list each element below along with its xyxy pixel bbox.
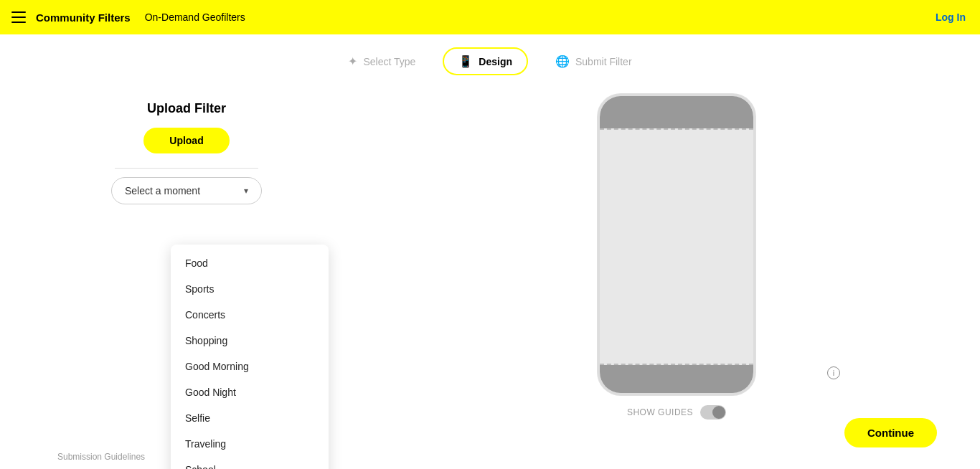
phone-content [600, 128, 753, 365]
subtitle-label: On-Demand Geofilters [145, 11, 245, 23]
submit-filter-icon: 🌐 [555, 55, 570, 68]
dropdown-item-concerts[interactable]: Concerts [171, 302, 329, 328]
dropdown-item-good-night[interactable]: Good Night [171, 379, 329, 405]
steps-bar: ✦ Select Type 📱 Design 🌐 Submit Filter [332, 34, 647, 87]
continue-button[interactable]: Continue [844, 418, 937, 447]
brand-label: Community Filters [36, 11, 131, 24]
show-guides-area: SHOW GUIDES [627, 405, 726, 420]
navbar: Community Filters On-Demand Geofilters L… [0, 0, 980, 34]
step-submit-filter[interactable]: 🌐 Submit Filter [540, 47, 648, 75]
step-design[interactable]: 📱 Design [443, 47, 528, 75]
dropdown-item-shopping[interactable]: Shopping [171, 328, 329, 354]
toggle-thumb [712, 406, 725, 419]
step-select-type[interactable]: ✦ Select Type [332, 47, 431, 75]
phone-top-bar [600, 96, 753, 128]
show-guides-toggle[interactable] [700, 405, 726, 420]
main-content: ✦ Select Type 📱 Design 🌐 Submit Filter U… [0, 34, 980, 469]
dropdown-item-school[interactable]: School [171, 457, 329, 469]
upload-title: Upload Filter [147, 101, 226, 116]
select-type-icon: ✦ [348, 55, 357, 68]
submission-guidelines-link[interactable]: Submission Guidelines [57, 452, 145, 462]
step-submit-filter-label: Submit Filter [575, 56, 632, 67]
step-select-type-label: Select Type [363, 56, 415, 67]
upload-button[interactable]: Upload [143, 128, 229, 153]
dropdown-item-sports[interactable]: Sports [171, 276, 329, 302]
moment-dropdown-label: Select a moment [125, 185, 200, 196]
phone-area: i SHOW GUIDES [373, 87, 980, 469]
divider [115, 168, 258, 169]
show-guides-label: SHOW GUIDES [627, 407, 693, 417]
phone-bottom-bar [600, 365, 753, 395]
body-area: Upload Filter Upload Select a moment ▾ F… [0, 87, 980, 469]
step-design-label: Design [479, 56, 512, 67]
dropdown-item-selfie[interactable]: Selfie [171, 405, 329, 431]
dropdown-item-good-morning[interactable]: Good Morning [171, 354, 329, 379]
design-icon: 📱 [458, 55, 473, 68]
dropdown-item-traveling[interactable]: Traveling [171, 431, 329, 457]
login-button[interactable]: Log In [936, 11, 966, 23]
moment-dropdown-menu: Food Sports Concerts Shopping Good Morni… [171, 245, 329, 469]
menu-icon[interactable] [11, 11, 26, 23]
phone-mockup [598, 94, 755, 395]
dropdown-item-food[interactable]: Food [171, 250, 329, 276]
chevron-down-icon: ▾ [244, 186, 248, 196]
moment-dropdown[interactable]: Select a moment ▾ [111, 177, 262, 204]
info-icon[interactable]: i [827, 366, 840, 379]
